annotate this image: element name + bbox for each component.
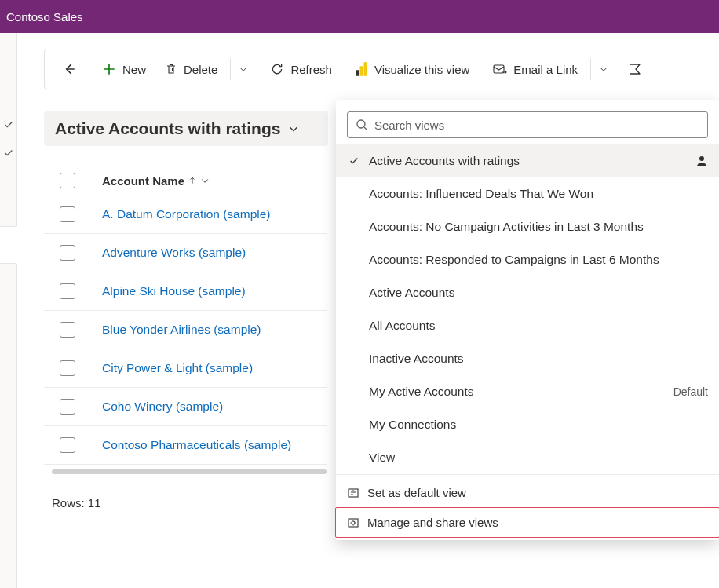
svg-rect-1: [360, 66, 363, 76]
row-checkbox[interactable]: [60, 399, 75, 415]
grid-header-row: Account Name: [44, 166, 327, 195]
horizontal-scrollbar[interactable]: [52, 469, 327, 474]
svg-rect-2: [363, 62, 367, 76]
account-link[interactable]: Contoso Pharmaceuticals (sample): [102, 438, 291, 452]
delete-split-button[interactable]: [235, 60, 251, 79]
email-link-split-button[interactable]: [596, 60, 611, 79]
plus-icon: [102, 62, 116, 76]
view-option-label: Active Accounts with ratings: [369, 154, 688, 168]
table-row[interactable]: City Power & Light (sample): [44, 349, 327, 387]
view-option[interactable]: Active Accounts with ratings: [336, 144, 719, 177]
row-checkbox[interactable]: [60, 437, 75, 453]
refresh-button[interactable]: Refresh: [262, 57, 340, 81]
search-views-input-wrap[interactable]: [347, 111, 708, 138]
separator: [590, 58, 591, 80]
view-title-text: Active Accounts with ratings: [55, 119, 280, 138]
chevron-down-icon: [200, 176, 210, 185]
account-link[interactable]: Coho Winery (sample): [102, 400, 223, 414]
default-view-icon: [347, 487, 360, 499]
check-icon: [349, 155, 360, 166]
accounts-grid: Account Name A. Datum Corporation (sampl…: [44, 166, 327, 509]
app-title: Contoso Sales: [6, 10, 83, 24]
row-checkbox[interactable]: [60, 245, 75, 261]
table-row[interactable]: Adventure Works (sample): [44, 233, 327, 272]
view-title-button[interactable]: Active Accounts with ratings: [44, 111, 328, 146]
back-button[interactable]: [54, 57, 84, 81]
person-icon: [695, 155, 708, 167]
view-option[interactable]: Active Accounts: [336, 276, 719, 309]
view-option[interactable]: All Accounts: [336, 309, 719, 342]
table-row[interactable]: Coho Winery (sample): [44, 387, 327, 425]
refresh-label: Refresh: [290, 63, 332, 76]
new-label: New: [122, 63, 146, 76]
view-option-label: Accounts: Responded to Campaigns in Last…: [369, 253, 708, 267]
view-option-label: Accounts: Influenced Deals That We Won: [369, 187, 708, 201]
row-count-label: Rows: 11: [52, 496, 327, 509]
svg-point-4: [357, 120, 365, 128]
view-option[interactable]: My Active Accounts Default: [336, 375, 719, 408]
delete-label: Delete: [184, 63, 217, 76]
flow-button[interactable]: [621, 57, 652, 81]
column-header-account-name[interactable]: Account Name: [102, 174, 210, 188]
refresh-icon: [270, 62, 284, 76]
command-bar: New Delete Refresh Visualize this view E…: [44, 49, 719, 89]
default-tag: Default: [673, 385, 708, 398]
arrow-left-icon: [62, 62, 76, 76]
app-header: Contoso Sales: [0, 0, 719, 33]
flow-icon: [629, 62, 644, 76]
view-option-label: Accounts: No Campaign Activities in Last…: [369, 220, 708, 234]
table-row[interactable]: Blue Yonder Airlines (sample): [44, 310, 327, 349]
table-row[interactable]: Alpine Ski House (sample): [44, 272, 327, 310]
row-checkbox[interactable]: [60, 206, 75, 222]
view-option[interactable]: Accounts: Responded to Campaigns in Last…: [336, 243, 719, 276]
email-link-icon: [493, 63, 507, 75]
view-option[interactable]: Accounts: No Campaign Activities in Last…: [336, 210, 719, 243]
separator: [230, 58, 231, 80]
page-body: Active Accounts with ratings Account Nam…: [44, 111, 328, 509]
rail-check-icon-2: [0, 148, 16, 159]
new-button[interactable]: New: [94, 57, 154, 81]
separator: [89, 58, 89, 80]
chevron-down-icon: [599, 64, 608, 74]
row-checkbox[interactable]: [60, 360, 75, 376]
rail-selected-indicator: [0, 226, 17, 264]
view-option-label: Inactive Accounts: [369, 352, 708, 366]
set-default-view-button[interactable]: Set as default view: [336, 478, 719, 507]
account-link[interactable]: Alpine Ski House (sample): [102, 284, 246, 298]
view-option-label: My Active Accounts: [369, 385, 666, 399]
view-option[interactable]: My Connections: [336, 408, 719, 441]
table-row[interactable]: A. Datum Corporation (sample): [44, 195, 327, 233]
search-icon: [356, 119, 368, 131]
manage-views-icon: [347, 517, 360, 529]
chevron-down-icon: [239, 64, 248, 74]
account-link[interactable]: City Power & Light (sample): [102, 361, 253, 375]
view-option-label: Active Accounts: [369, 286, 708, 300]
select-all-checkbox[interactable]: [60, 173, 75, 188]
svg-point-9: [352, 521, 355, 524]
manage-share-views-button[interactable]: Manage and share views: [335, 507, 719, 538]
view-option[interactable]: View: [336, 441, 719, 474]
visualize-button[interactable]: Visualize this view: [348, 57, 477, 82]
rail-check-icon-1: [0, 119, 16, 130]
set-default-label: Set as default view: [367, 486, 466, 499]
sort-asc-icon: [188, 176, 197, 185]
chevron-down-icon: [288, 123, 299, 134]
view-option-label: View: [369, 451, 708, 465]
view-option[interactable]: Accounts: Influenced Deals That We Won: [336, 177, 719, 210]
account-link[interactable]: Adventure Works (sample): [102, 246, 246, 260]
email-link-button[interactable]: Email a Link: [485, 58, 586, 81]
trash-icon: [165, 63, 177, 75]
delete-button[interactable]: Delete: [157, 58, 225, 81]
row-checkbox[interactable]: [60, 322, 75, 338]
left-nav-rail: [0, 33, 17, 588]
row-checkbox[interactable]: [60, 283, 75, 299]
view-option-label: My Connections: [369, 418, 708, 432]
search-views-input[interactable]: [374, 119, 699, 132]
account-link[interactable]: A. Datum Corporation (sample): [102, 207, 271, 221]
view-option[interactable]: Inactive Accounts: [336, 342, 719, 375]
view-option-label: All Accounts: [369, 319, 708, 333]
table-row[interactable]: Contoso Pharmaceuticals (sample): [44, 425, 327, 465]
account-link[interactable]: Blue Yonder Airlines (sample): [102, 323, 261, 337]
powerbi-icon: [356, 61, 368, 77]
view-list: Active Accounts with ratings Accounts: I…: [336, 144, 719, 474]
